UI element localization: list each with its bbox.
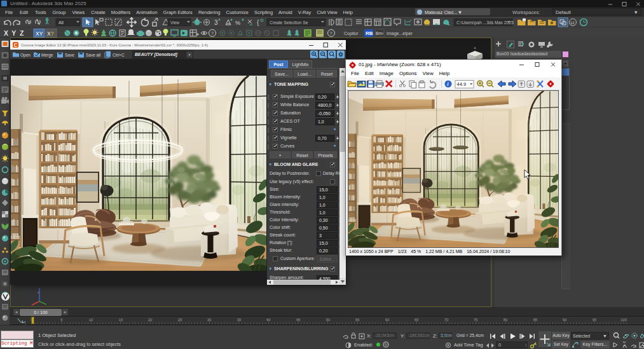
- svg-text:Create Selection Se: Create Selection Se: [270, 20, 308, 25]
- svg-text:Save all: Save all: [86, 53, 101, 57]
- svg-text:Copitor: Copitor: [344, 31, 359, 36]
- svg-text:View: View: [170, 20, 179, 25]
- svg-text:44.9: 44.9: [457, 81, 467, 87]
- svg-text:?: ?: [211, 31, 214, 36]
- svg-text:X Y Z: X Y Z: [4, 29, 24, 37]
- svg-text:Merge: Merge: [41, 53, 53, 58]
- svg-text:X?: X?: [47, 31, 54, 37]
- svg-text:C:\Users\pah ...3ds Max 2025: C:\Users\pah ...3ds Max 2025: [456, 20, 514, 25]
- svg-text:12: 12: [570, 21, 575, 25]
- svg-text:XY: XY: [36, 31, 43, 37]
- svg-text:%: %: [235, 20, 240, 26]
- svg-text:?: ?: [330, 31, 332, 36]
- svg-text:RB: RB: [366, 31, 373, 36]
- svg-text:Ctrl+C: Ctrl+C: [113, 53, 125, 57]
- svg-text:Save: Save: [65, 53, 74, 57]
- svg-text:Open: Open: [20, 53, 31, 58]
- svg-text:3: 3: [214, 19, 218, 26]
- svg-text:{: {: [257, 19, 259, 26]
- svg-text:Bm²: Bm²: [376, 31, 384, 36]
- svg-text:All: All: [58, 20, 64, 25]
- svg-text:Image...elper: Image...elper: [387, 31, 413, 36]
